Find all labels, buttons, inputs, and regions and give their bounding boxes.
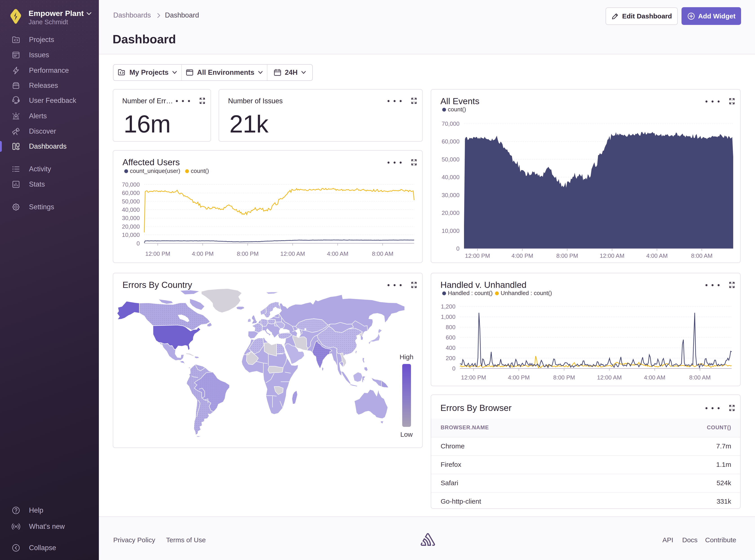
svg-text:30,000: 30,000 [122,215,140,221]
svg-text:12:00 PM: 12:00 PM [465,253,490,259]
svg-text:10,000: 10,000 [442,227,460,234]
svg-text:8:00 PM: 8:00 PM [556,253,578,259]
svg-text:4:00 PM: 4:00 PM [192,251,214,257]
svg-text:10,000: 10,000 [122,232,140,238]
svg-text:600: 600 [446,334,456,341]
svg-text:60,000: 60,000 [122,189,140,196]
svg-text:8:00 PM: 8:00 PM [237,251,259,257]
svg-text:30,000: 30,000 [442,192,460,199]
svg-text:40,000: 40,000 [442,174,460,181]
svg-text:8:00 AM: 8:00 AM [372,251,393,257]
svg-text:0: 0 [452,365,456,372]
svg-text:20,000: 20,000 [442,209,460,216]
svg-text:1,200: 1,200 [441,303,456,310]
svg-text:20,000: 20,000 [122,223,140,230]
svg-text:4:00 AM: 4:00 AM [327,251,348,257]
svg-text:12:00 AM: 12:00 AM [597,374,622,381]
svg-text:0: 0 [137,240,140,247]
svg-text:40,000: 40,000 [122,206,140,213]
svg-text:12:00 PM: 12:00 PM [145,251,170,257]
svg-text:70,000: 70,000 [442,120,460,127]
svg-text:8:00 AM: 8:00 AM [691,253,712,259]
svg-text:50,000: 50,000 [122,198,140,205]
svg-text:4:00 AM: 4:00 AM [644,374,665,381]
svg-text:12:00 AM: 12:00 AM [280,251,305,257]
svg-text:0: 0 [457,245,460,252]
svg-text:High: High [400,353,413,361]
svg-text:4:00 PM: 4:00 PM [508,374,530,381]
svg-text:200: 200 [446,355,456,361]
svg-text:8:00 PM: 8:00 PM [553,374,575,381]
svg-text:4:00 AM: 4:00 AM [646,253,667,259]
svg-text:8:00 AM: 8:00 AM [689,374,711,381]
svg-text:400: 400 [446,344,456,351]
svg-text:12:00 PM: 12:00 PM [461,374,486,381]
svg-text:Low: Low [400,431,412,438]
svg-text:12:00 AM: 12:00 AM [600,253,624,259]
svg-text:4:00 PM: 4:00 PM [511,253,533,259]
svg-text:800: 800 [446,324,456,331]
svg-text:60,000: 60,000 [442,138,460,145]
svg-text:1,000: 1,000 [441,314,456,320]
svg-text:50,000: 50,000 [442,156,460,163]
svg-text:70,000: 70,000 [122,181,140,188]
